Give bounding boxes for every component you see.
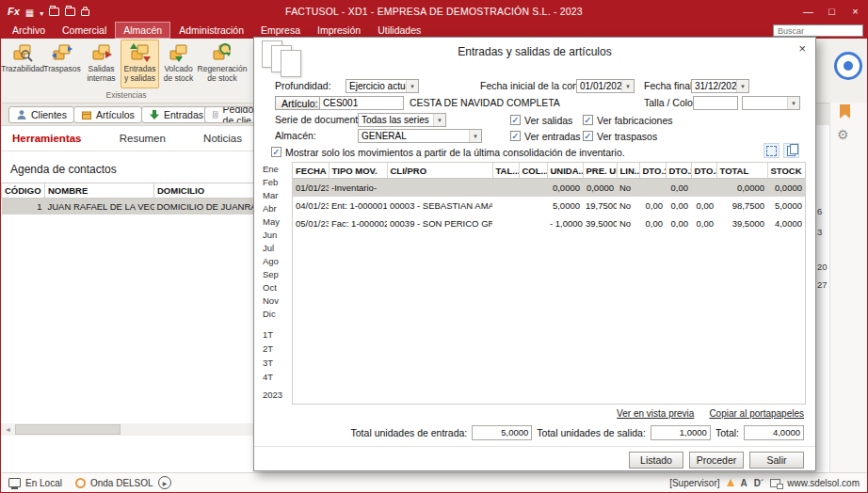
month-mar[interactable]: Mar: [260, 190, 290, 203]
salir-button[interactable]: Salir: [749, 452, 804, 469]
contacts-col-codigo[interactable]: CÓDIGO: [2, 183, 45, 199]
grid-selection-icon-button[interactable]: [764, 143, 780, 158]
quick-button-articulos[interactable]: Artículos: [73, 106, 142, 123]
checkbox-ver-entradas[interactable]: Ver entradas: [510, 129, 581, 143]
maximize-button[interactable]: □: [820, 1, 844, 22]
col-unidades[interactable]: UNIDA...: [547, 163, 583, 179]
copy-grid-icon-button[interactable]: [783, 143, 799, 158]
tab-archivo[interactable]: Archivo: [4, 22, 54, 39]
talla-input[interactable]: [693, 96, 738, 110]
tab-comercial[interactable]: Comercial: [54, 22, 115, 39]
col-pre-uni[interactable]: PRE. UNI.: [583, 163, 617, 179]
quarter-2t[interactable]: 2T: [260, 343, 290, 358]
calendar-day[interactable]: 3: [817, 227, 822, 237]
ribbon-button-traspasos[interactable]: Traspasos: [42, 40, 82, 88]
col-clipro[interactable]: CLI/PRO: [387, 163, 492, 179]
almacen-label: Almacén:: [275, 129, 316, 143]
contacts-col-nombre[interactable]: NOMBRE: [45, 183, 154, 199]
checkbox-ver-fabricaciones[interactable]: Ver fabricaciones: [583, 113, 673, 127]
movement-row[interactable]: 05/01/23 Fac: 1-000002 00039 - SON PERIC…: [293, 215, 805, 232]
year-filter[interactable]: 2023: [260, 390, 290, 403]
quick-button-entradas[interactable]: Entradas: [141, 106, 211, 123]
proceder-button[interactable]: Proceder: [689, 452, 744, 469]
tab-noticias[interactable]: Noticias: [203, 133, 242, 144]
month-jun[interactable]: Jun: [260, 230, 290, 243]
month-nov[interactable]: Nov: [260, 295, 290, 309]
profundidad-select[interactable]: Ejercicio actual: [346, 79, 419, 93]
month-oct[interactable]: Oct: [260, 282, 290, 295]
month-abr[interactable]: Abr: [260, 203, 290, 216]
checkbox-mostrar-solo[interactable]: Mostrar solo los movimientos a partir de…: [271, 145, 625, 159]
ribbon-button-regeneracion-de-stock[interactable]: Regeneración de stock: [198, 40, 247, 88]
quarter-1t[interactable]: 1T: [260, 329, 290, 343]
dialog-close-icon[interactable]: ×: [798, 42, 806, 55]
articulo-lookup-button[interactable]: Artículo:: [275, 96, 325, 110]
col-talla[interactable]: TAL...: [492, 163, 519, 179]
month-ene[interactable]: Ene: [260, 164, 290, 177]
col-stock[interactable]: STOCK: [767, 163, 805, 179]
col-lin[interactable]: LIN...: [617, 163, 639, 179]
checkbox-ver-salidas[interactable]: Ver salidas: [510, 113, 572, 127]
month-ago[interactable]: Ago: [260, 256, 290, 269]
lock-icon[interactable]: [81, 9, 89, 16]
open-company-icon[interactable]: [49, 8, 59, 16]
color-select[interactable]: [742, 96, 800, 110]
badge-d-icon[interactable]: D´: [754, 478, 764, 488]
copy-to-clipboard-link[interactable]: Copiar al portapapeles: [709, 408, 804, 419]
badge-a-icon[interactable]: A: [741, 478, 747, 488]
checkbox-ver-traspasos[interactable]: Ver traspasos: [583, 129, 657, 143]
listado-button[interactable]: Listado: [629, 452, 683, 469]
movement-row[interactable]: 04/01/23 Ent: 1-000001 ... 00003 - SEBAS…: [293, 197, 805, 215]
col-fecha[interactable]: FECHA: [293, 163, 329, 179]
tab-almacen[interactable]: Almacén: [115, 22, 170, 39]
month-jul[interactable]: Jul: [260, 243, 290, 256]
dropdown-arrow-icon: [406, 80, 418, 92]
articulo-code-input[interactable]: CES001: [319, 96, 404, 110]
contacts-col-domicilio[interactable]: DOMICILIO: [154, 183, 254, 199]
month-feb[interactable]: Feb: [260, 177, 290, 190]
ribbon-button-entradas-y-salidas[interactable]: Entradas y salidas: [121, 40, 159, 88]
website-link[interactable]: www.sdelsol.com: [787, 478, 860, 488]
search-input[interactable]: Buscar: [773, 24, 863, 37]
windows-icon[interactable]: [65, 8, 75, 16]
tab-administracion[interactable]: Administración: [170, 22, 252, 39]
calendar-day[interactable]: 20: [817, 262, 828, 272]
month-sep[interactable]: Sep: [260, 269, 290, 282]
play-icon[interactable]: [158, 476, 171, 489]
month-may[interactable]: May: [260, 216, 290, 230]
quarter-3t[interactable]: 3T: [260, 358, 290, 372]
preview-link[interactable]: Ver en vista previa: [617, 408, 694, 419]
quarter-4t[interactable]: 4T: [260, 372, 290, 386]
contact-row[interactable]: 1 JUAN RAFAEL DE LA VEGA ZA... DOMICILIO…: [2, 199, 254, 215]
col-tipo-mov[interactable]: TIPO MOV.: [329, 163, 387, 179]
almacen-select[interactable]: GENERAL: [358, 129, 482, 143]
quick-button-clientes[interactable]: Clientes: [8, 106, 74, 123]
month-dic[interactable]: Dic: [260, 309, 290, 322]
movement-row[interactable]: 01/01/23 -Inventario- 0,0000 0,0000 No 0…: [293, 179, 805, 198]
serie-select[interactable]: Todas las series: [358, 113, 446, 127]
gear-icon[interactable]: [837, 126, 849, 143]
close-button[interactable]: ×: [844, 1, 867, 22]
ribbon-button-volcado-de-stock[interactable]: Volcado de stock: [159, 40, 198, 88]
col-dto1[interactable]: DTO.1: [639, 163, 666, 179]
tab-resumen[interactable]: Resumen: [120, 133, 166, 144]
help-assistant-icon[interactable]: [834, 52, 862, 80]
ribbon-button-salidas-internas[interactable]: Salidas internas: [82, 40, 121, 88]
minimize-button[interactable]: —: [796, 1, 820, 22]
fecha-final-field[interactable]: 31/12/2023: [691, 79, 749, 93]
warning-icon[interactable]: [727, 479, 734, 486]
calendar-day[interactable]: 6: [817, 206, 822, 216]
col-dto2[interactable]: DTO.2: [666, 163, 691, 179]
dropdown-arrow-icon: [469, 130, 481, 142]
scrollbar-thumb[interactable]: [15, 424, 121, 435]
col-color[interactable]: COL...: [519, 163, 547, 179]
quick-access-grid-icon[interactable]: [25, 3, 34, 20]
contacts-horizontal-scrollbar[interactable]: [1, 423, 253, 436]
ribbon-button-trazabilidad[interactable]: Trazabilidad: [3, 40, 42, 88]
calendar-day[interactable]: 27: [817, 279, 828, 290]
tab-herramientas[interactable]: Herramientas: [12, 133, 82, 144]
col-total[interactable]: TOTAL: [716, 163, 767, 179]
quick-access-caret-icon[interactable]: [40, 3, 43, 20]
fecha-inicial-field[interactable]: 01/01/2023: [576, 79, 635, 93]
col-dto3[interactable]: DTO.3: [691, 163, 716, 179]
